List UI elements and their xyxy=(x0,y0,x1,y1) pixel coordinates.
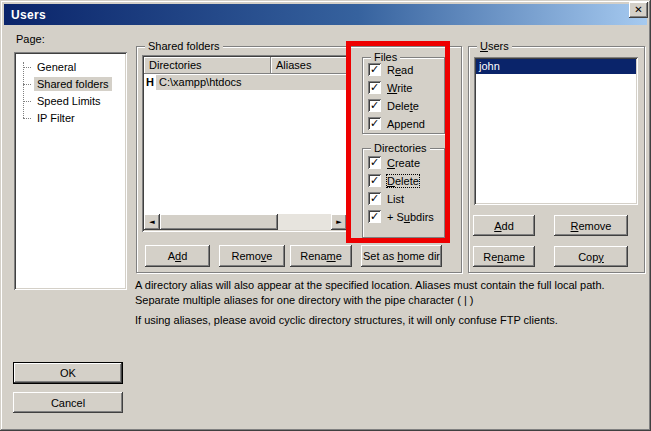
cyclic-note: If using aliases, please avoid cyclic di… xyxy=(135,313,649,328)
home-flag: H xyxy=(144,76,156,88)
check-icon: ✓ xyxy=(370,64,379,75)
checkbox-delete-files[interactable]: ✓ Delete xyxy=(368,99,419,112)
list-header: Directories Aliases xyxy=(144,57,347,74)
checkbox-append[interactable]: ✓ Append xyxy=(368,117,425,130)
add-user-button[interactable]: Add xyxy=(473,215,535,236)
close-button[interactable]: ✕ xyxy=(629,2,648,18)
title-bar[interactable]: Users xyxy=(4,4,647,25)
set-home-dir-button[interactable]: Set as home dir xyxy=(361,245,442,267)
checkbox-list[interactable]: ✓ List xyxy=(368,192,404,205)
check-icon: ✓ xyxy=(370,175,379,186)
page-tree[interactable]: General Shared folders Speed Limits IP F… xyxy=(14,52,127,290)
checkbox-delete-dirs[interactable]: ✓ Delete xyxy=(368,174,419,187)
check-icon: ✓ xyxy=(370,157,379,168)
column-header-aliases[interactable]: Aliases xyxy=(271,57,347,74)
arrow-left-icon: ◄ xyxy=(149,219,154,226)
checkbox-create[interactable]: ✓ Create xyxy=(368,156,420,169)
horizontal-scrollbar[interactable]: ◄ ► xyxy=(144,214,347,230)
arrow-right-icon: ► xyxy=(336,219,341,226)
close-icon: ✕ xyxy=(634,5,642,15)
users-dialog: Users ✕ Page: General Shared folders Spe… xyxy=(0,0,651,431)
append-checkbox-box[interactable]: ✓ xyxy=(368,117,381,130)
ok-button[interactable]: OK xyxy=(13,362,123,384)
delete-files-checkbox-box[interactable]: ✓ xyxy=(368,99,381,112)
tree-item-general[interactable]: General xyxy=(23,59,79,75)
directories-list[interactable]: Directories Aliases H C:\xampp\htdocs ◄ … xyxy=(142,55,349,232)
checkbox-write[interactable]: ✓ Write xyxy=(368,81,412,94)
write-checkbox-box[interactable]: ✓ xyxy=(368,81,381,94)
check-icon: ✓ xyxy=(370,211,379,222)
rename-user-button[interactable]: Rename xyxy=(473,246,535,267)
column-header-directories[interactable]: Directories xyxy=(144,57,271,74)
tree-item-ip-filter[interactable]: IP Filter xyxy=(23,110,78,126)
add-directory-button[interactable]: Add xyxy=(145,245,210,267)
cancel-button[interactable]: Cancel xyxy=(13,392,123,413)
users-group-label: Users xyxy=(477,39,512,53)
shared-folders-group-label: Shared folders xyxy=(145,39,223,53)
user-row-john[interactable]: john xyxy=(476,59,636,74)
directory-row[interactable]: H C:\xampp\htdocs xyxy=(144,74,347,90)
remove-directory-button[interactable]: Remove xyxy=(219,245,285,267)
directories-group-label: Directories xyxy=(371,141,430,155)
read-checkbox-box[interactable]: ✓ xyxy=(368,63,381,76)
copy-user-button[interactable]: Copy xyxy=(554,246,628,267)
scroll-right-button[interactable]: ► xyxy=(331,214,347,230)
create-checkbox-box[interactable]: ✓ xyxy=(368,156,381,169)
checkbox-read[interactable]: ✓ Read xyxy=(368,63,413,76)
page-label: Page: xyxy=(16,33,45,45)
tree-item-speed-limits[interactable]: Speed Limits xyxy=(23,93,104,109)
tree-item-shared-folders[interactable]: Shared folders xyxy=(23,76,112,92)
alias-note: A directory alias will also appear at th… xyxy=(135,278,649,308)
remove-user-button[interactable]: Remove xyxy=(554,215,628,236)
check-icon: ✓ xyxy=(370,82,379,93)
rename-directory-button[interactable]: Rename xyxy=(290,245,352,267)
files-group-label: Files xyxy=(371,50,400,64)
check-icon: ✓ xyxy=(370,118,379,129)
subdirs-checkbox-box[interactable]: ✓ xyxy=(368,210,381,223)
check-icon: ✓ xyxy=(370,193,379,204)
check-icon: ✓ xyxy=(370,100,379,111)
window-title: Users xyxy=(11,8,46,22)
delete-dirs-checkbox-box[interactable]: ✓ xyxy=(368,174,381,187)
directory-path: C:\xampp\htdocs xyxy=(156,75,347,90)
scrollbar-thumb[interactable] xyxy=(160,214,278,230)
list-checkbox-box[interactable]: ✓ xyxy=(368,192,381,205)
users-list[interactable]: john xyxy=(474,57,638,205)
scroll-left-button[interactable]: ◄ xyxy=(144,214,160,230)
checkbox-subdirs[interactable]: ✓ + Subdirs xyxy=(368,210,434,223)
